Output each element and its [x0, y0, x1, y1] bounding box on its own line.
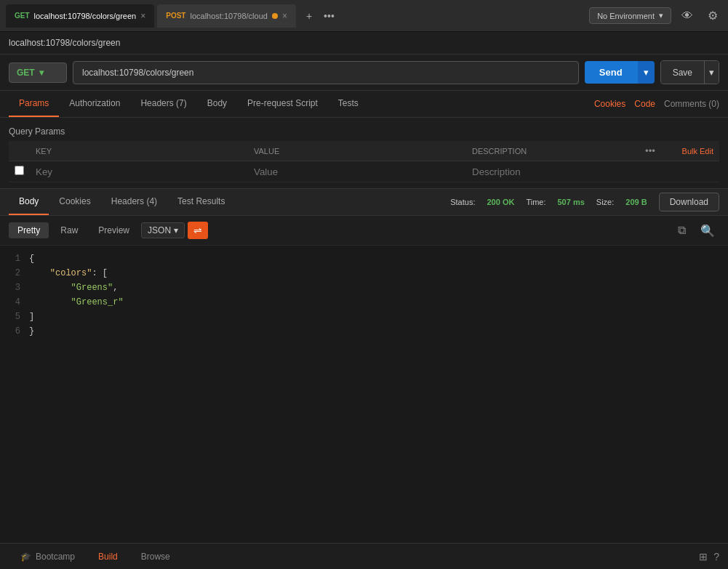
- method-chevron-icon: ▾: [39, 68, 44, 78]
- time-value: 507 ms: [557, 198, 584, 206]
- code-line-6: 6 }: [9, 324, 719, 339]
- tab-get-colors[interactable]: GET localhost:10798/colors/green ×: [6, 4, 154, 28]
- top-bar: GET localhost:10798/colors/green × POST …: [0, 0, 728, 32]
- table-row: [9, 161, 719, 182]
- line-content-2: "colors": [: [29, 266, 108, 281]
- json-string-greens: "Greens": [71, 283, 113, 293]
- more-tabs-button[interactable]: •••: [319, 7, 339, 25]
- code-line-3: 3 "Greens",: [9, 281, 719, 295]
- line-content-3: "Greens",: [29, 281, 118, 295]
- eye-icon-button[interactable]: 👁: [677, 7, 697, 25]
- line-content-1: {: [29, 251, 34, 266]
- env-label: No Environment: [597, 12, 655, 20]
- resp-body-actions: ⧉ 🔍: [673, 222, 719, 239]
- line-content-5: ]: [29, 310, 34, 324]
- environment-select[interactable]: No Environment ▾: [589, 7, 671, 24]
- cookies-link[interactable]: Cookies: [594, 99, 625, 109]
- save-button[interactable]: Save: [661, 61, 704, 84]
- tab-params[interactable]: Params: [9, 91, 59, 117]
- bootcamp-tab[interactable]: 🎓 Bootcamp: [9, 544, 87, 569]
- download-button[interactable]: Download: [659, 193, 719, 211]
- line-content-4: "Greens_r": [29, 295, 124, 310]
- tab-authorization[interactable]: Authorization: [59, 91, 130, 117]
- method-label: GET: [17, 68, 35, 78]
- bulk-edit-button[interactable]: Bulk Edit: [682, 147, 713, 156]
- row-desc-input[interactable]: [472, 166, 626, 177]
- tab-post-cloud[interactable]: POST localhost:10798/cloud ×: [157, 4, 296, 28]
- params-more-button[interactable]: •••: [645, 145, 655, 156]
- send-button-group: Send ▾: [585, 61, 655, 84]
- code-line-1: 1 {: [9, 251, 719, 266]
- resp-tab-body[interactable]: Body: [9, 189, 49, 215]
- send-dropdown-button[interactable]: ▾: [637, 61, 655, 84]
- resp-tab-headers[interactable]: Headers (4): [101, 189, 167, 215]
- browse-label: Browse: [141, 552, 170, 562]
- query-params-section: Query Params KEY VALUE DESCRIPTION ••• B…: [0, 118, 728, 188]
- tab-dot-post: [272, 13, 278, 19]
- comments-link[interactable]: Comments (0): [664, 99, 719, 109]
- format-chevron-icon: ▾: [174, 225, 178, 235]
- resp-body-tab-pretty[interactable]: Pretty: [9, 222, 49, 238]
- row-key-input[interactable]: [36, 166, 242, 177]
- size-label: Size:: [596, 198, 614, 206]
- row-checkbox[interactable]: [15, 166, 24, 175]
- resp-tab-test-results[interactable]: Test Results: [167, 189, 235, 215]
- wrap-button[interactable]: ⇌: [188, 222, 208, 239]
- json-string-greens-r: "Greens_r": [71, 297, 124, 307]
- line-num-4: 4: [9, 295, 20, 310]
- params-header-row: KEY VALUE DESCRIPTION ••• Bulk Edit: [9, 141, 719, 161]
- search-button[interactable]: 🔍: [696, 222, 719, 239]
- code-line-4: 4 "Greens_r": [9, 295, 719, 310]
- status-value: 200 OK: [487, 198, 514, 206]
- new-tab-button[interactable]: +: [302, 7, 316, 25]
- code-link[interactable]: Code: [634, 99, 655, 109]
- tab-close-get[interactable]: ×: [140, 11, 145, 21]
- url-input[interactable]: [73, 61, 579, 84]
- status-area: Status: 200 OK Time: 507 ms Size: 209 B …: [450, 193, 719, 211]
- query-params-label: Query Params: [9, 124, 719, 141]
- bottom-right-actions: ⊞ ?: [699, 551, 719, 562]
- bootcamp-icon: 🎓: [20, 552, 31, 562]
- browse-tab[interactable]: Browse: [129, 544, 182, 569]
- resp-body-tab-preview[interactable]: Preview: [89, 222, 138, 238]
- layout-icon-button[interactable]: ⊞: [699, 551, 708, 562]
- response-tabs-bar: Body Cookies Headers (4) Test Results St…: [0, 188, 728, 216]
- code-line-2: 2 "colors": [: [9, 266, 719, 281]
- bootcamp-label: Bootcamp: [36, 552, 75, 562]
- params-col-checkbox: [9, 141, 30, 161]
- tab-body[interactable]: Body: [197, 91, 237, 117]
- method-select[interactable]: GET ▾: [9, 62, 67, 83]
- resp-body-tab-raw[interactable]: Raw: [52, 222, 87, 238]
- tab-actions: + •••: [302, 7, 339, 25]
- bottom-bar: 🎓 Bootcamp Build Browse ⊞ ?: [0, 543, 728, 569]
- tab-close-post[interactable]: ×: [282, 11, 287, 21]
- help-icon-button[interactable]: ?: [713, 551, 719, 562]
- code-area: 1 { 2 "colors": [ 3 "Greens", 4 "Greens_…: [0, 246, 728, 543]
- env-area: No Environment ▾ 👁 ⚙: [589, 6, 722, 25]
- build-tab[interactable]: Build: [87, 544, 129, 569]
- tab-tests[interactable]: Tests: [328, 91, 369, 117]
- resp-tab-cookies[interactable]: Cookies: [49, 189, 100, 215]
- tab-url-get: localhost:10798/colors/green: [34, 12, 137, 20]
- save-dropdown-button[interactable]: ▾: [704, 61, 719, 84]
- chevron-down-icon: ▾: [659, 11, 663, 20]
- format-select[interactable]: JSON ▾: [141, 222, 185, 238]
- row-value-input[interactable]: [254, 166, 460, 177]
- time-label: Time:: [526, 198, 545, 206]
- line-num-3: 3: [9, 281, 20, 295]
- tab-pre-request[interactable]: Pre-request Script: [237, 91, 328, 117]
- tab-headers[interactable]: Headers (7): [130, 91, 196, 117]
- request-tabs: Params Authorization Headers (7) Body Pr…: [0, 91, 728, 118]
- send-button[interactable]: Send: [585, 61, 637, 84]
- status-label: Status:: [450, 198, 475, 206]
- line-num-5: 5: [9, 310, 20, 324]
- params-col-key: KEY: [30, 141, 248, 161]
- response-body-tabs: Pretty Raw Preview JSON ▾ ⇌ ⧉ 🔍: [0, 216, 728, 246]
- build-label: Build: [98, 552, 118, 562]
- line-num-6: 6: [9, 324, 20, 339]
- save-button-group: Save ▾: [660, 60, 719, 84]
- line-num-2: 2: [9, 266, 20, 281]
- gear-icon-button[interactable]: ⚙: [703, 6, 722, 25]
- copy-button[interactable]: ⧉: [673, 222, 690, 239]
- url-bar: GET ▾ Send ▾ Save ▾: [0, 55, 728, 91]
